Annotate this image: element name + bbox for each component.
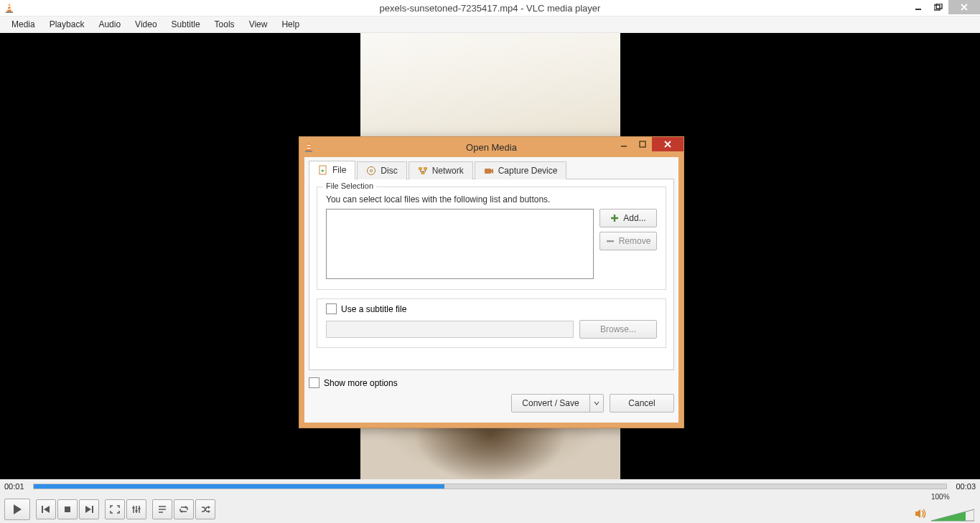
- convert-save-label: Convert / Save: [522, 398, 579, 408]
- use-subtitle-label: Use a subtitle file: [341, 304, 406, 314]
- file-selection-hint: You can select local files with the foll…: [326, 194, 657, 204]
- playlist-button[interactable]: [152, 499, 172, 519]
- loop-button[interactable]: [174, 499, 194, 519]
- window-buttons: [908, 0, 980, 14]
- video-area: Open Media File Disc: [0, 33, 980, 479]
- shuffle-button[interactable]: [195, 499, 215, 519]
- svg-rect-21: [92, 506, 93, 513]
- svg-rect-9: [621, 146, 627, 147]
- use-subtitle-checkbox[interactable]: [326, 303, 337, 314]
- browse-button-label: Browse...: [600, 324, 636, 334]
- time-current[interactable]: 00:01: [4, 482, 29, 491]
- tab-capture[interactable]: Capture Device: [475, 161, 567, 179]
- svg-rect-24: [139, 508, 141, 509]
- skip-previous-icon: [41, 505, 51, 514]
- menu-tools[interactable]: Tools: [207, 18, 242, 31]
- tab-network[interactable]: Network: [409, 161, 473, 179]
- file-listbox[interactable]: [326, 209, 594, 279]
- tab-disc[interactable]: Disc: [357, 161, 406, 179]
- add-button-label: Add...: [623, 213, 645, 223]
- menu-media[interactable]: Media: [4, 18, 42, 31]
- svg-rect-4: [934, 5, 940, 10]
- svg-rect-19: [42, 506, 43, 513]
- chevron-down-icon: [594, 400, 599, 406]
- stop-button[interactable]: [57, 499, 78, 519]
- time-total[interactable]: 00:03: [951, 482, 976, 491]
- next-button[interactable]: [79, 499, 99, 519]
- svg-rect-0: [6, 11, 13, 13]
- svg-rect-15: [424, 167, 427, 170]
- remove-button-label: Remove: [619, 236, 651, 246]
- close-button[interactable]: [948, 0, 980, 14]
- speaker-icon[interactable]: [914, 508, 927, 519]
- dialog-close-button[interactable]: [652, 137, 683, 151]
- menu-help[interactable]: Help: [274, 18, 307, 31]
- svg-rect-3: [915, 9, 921, 10]
- svg-rect-23: [136, 510, 138, 512]
- cancel-button-label: Cancel: [628, 398, 655, 408]
- browse-button[interactable]: Browse...: [579, 320, 657, 339]
- show-more-options-label: Show more options: [324, 378, 398, 388]
- tab-network-label: Network: [432, 166, 464, 176]
- convert-save-button[interactable]: Convert / Save: [511, 394, 590, 413]
- svg-rect-20: [65, 506, 70, 512]
- fullscreen-button[interactable]: [105, 499, 125, 519]
- menu-audio[interactable]: Audio: [91, 18, 128, 31]
- plus-icon: [610, 214, 619, 222]
- disc-icon: [366, 166, 376, 176]
- svg-rect-22: [133, 507, 135, 509]
- window-title: pexels-sunsetoned-7235417.mp4 - VLC medi…: [0, 3, 980, 14]
- extended-settings-button[interactable]: [126, 499, 146, 519]
- svg-rect-1: [8, 6, 11, 7]
- maximize-button[interactable]: [928, 0, 948, 14]
- remove-button[interactable]: Remove: [599, 232, 657, 250]
- subtitle-fieldset: Use a subtitle file Browse...: [317, 298, 666, 348]
- cancel-button[interactable]: Cancel: [610, 394, 674, 413]
- file-icon: [318, 165, 328, 175]
- dialog-titlebar[interactable]: Open Media: [299, 137, 683, 157]
- playlist-icon: [157, 505, 167, 514]
- menu-subtitle[interactable]: Subtitle: [164, 18, 207, 31]
- main-titlebar: pexels-sunsetoned-7235417.mp4 - VLC medi…: [0, 0, 980, 17]
- stop-icon: [63, 505, 72, 514]
- minus-icon: [606, 237, 615, 245]
- shuffle-icon: [200, 505, 210, 514]
- svg-point-13: [370, 170, 373, 172]
- volume-slider[interactable]: [931, 508, 974, 522]
- vlc-cone-icon: [4, 2, 14, 14]
- loop-icon: [179, 505, 189, 514]
- add-button[interactable]: Add...: [599, 209, 657, 227]
- svg-rect-17: [485, 169, 491, 174]
- svg-rect-16: [421, 171, 424, 174]
- prev-button[interactable]: [36, 499, 56, 519]
- svg-rect-10: [640, 141, 645, 147]
- tab-file-pane: File Selection You can select local file…: [309, 179, 674, 370]
- seek-slider[interactable]: [33, 484, 947, 489]
- minimize-button[interactable]: [908, 0, 928, 14]
- player-controls: 100%: [0, 494, 980, 523]
- svg-rect-2: [8, 9, 11, 10]
- file-selection-fieldset: File Selection You can select local file…: [317, 187, 666, 290]
- capture-icon: [484, 166, 494, 176]
- dialog-minimize-button[interactable]: [615, 137, 633, 151]
- seek-row: 00:01 00:03: [0, 479, 980, 494]
- tab-file[interactable]: File: [309, 161, 355, 179]
- tab-file-label: File: [332, 165, 346, 175]
- menu-playback[interactable]: Playback: [42, 18, 92, 31]
- convert-save-splitbutton[interactable]: Convert / Save: [511, 394, 604, 413]
- network-icon: [418, 166, 428, 176]
- menu-video[interactable]: Video: [128, 18, 164, 31]
- tab-disc-label: Disc: [381, 166, 397, 176]
- convert-save-dropdown[interactable]: [590, 394, 604, 413]
- show-more-options-checkbox[interactable]: [309, 377, 319, 388]
- dialog-maximize-button[interactable]: [633, 137, 652, 151]
- play-button[interactable]: [4, 499, 30, 520]
- menu-view[interactable]: View: [242, 18, 275, 31]
- skip-next-icon: [84, 505, 94, 514]
- subtitle-path-input[interactable]: [326, 321, 574, 338]
- volume-control: 100%: [914, 493, 974, 522]
- tab-capture-label: Capture Device: [498, 166, 558, 176]
- dialog-tabs: File Disc Network Capture Device: [309, 160, 674, 179]
- fullscreen-icon: [110, 505, 120, 514]
- svg-rect-18: [607, 240, 614, 242]
